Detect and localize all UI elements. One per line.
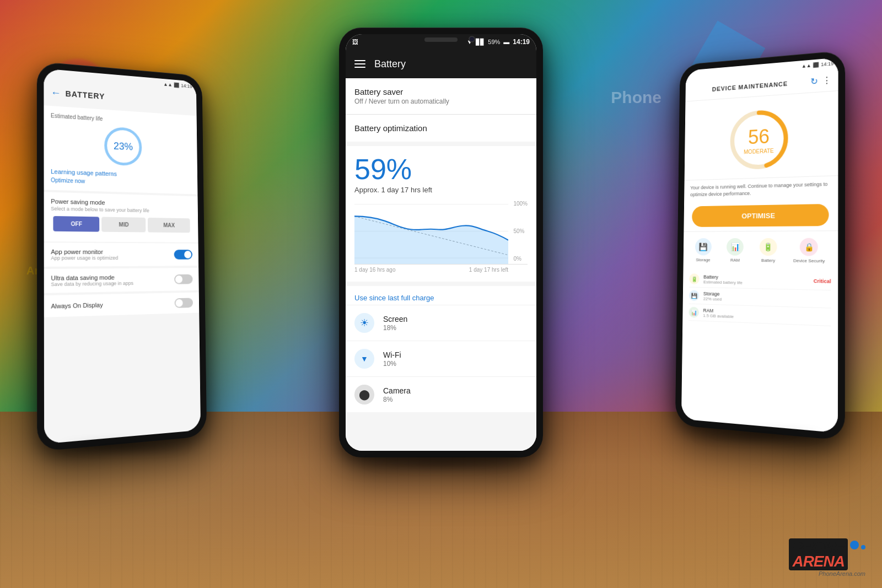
- always-on-display[interactable]: Always On Display: [44, 293, 199, 317]
- ultra-data-saving[interactable]: Ultra data saving mode Save data by redu…: [44, 268, 199, 293]
- right-refresh-icon[interactable]: ↻: [810, 76, 818, 87]
- battery-maint-icon: 🔋: [760, 238, 777, 256]
- left-phone-screen: ▲▲ ⬛ 14:19 ← BATTERY Estimated battery l…: [44, 68, 201, 444]
- always-on-info: Always On Display: [51, 300, 174, 310]
- storage-list-icon: 💾: [689, 290, 700, 301]
- screen-app-item[interactable]: ☀ Screen 18%: [346, 305, 536, 341]
- graph-y-labels: 100% 50% 0%: [513, 198, 528, 264]
- ram-icon-item[interactable]: 📊 RAM: [727, 238, 744, 263]
- center-phone: 🖼 ▼ ▊▊ 59% ▬ 14:19 Battery B: [339, 28, 543, 457]
- circle-container: 23%: [51, 118, 191, 172]
- graph-time-end: 1 day 17 hrs left: [469, 267, 508, 273]
- battery-optimization-title: Battery optimization: [354, 123, 528, 133]
- right-phone-body: ▲▲ ⬛ 14:19 DEVICE MAINTENANCE ↻ ⋮: [675, 50, 845, 440]
- ram-maint-item[interactable]: 📊 RAM 1.5 GB available: [689, 304, 831, 326]
- maintenance-score-area: 56 MODERATE: [685, 91, 838, 180]
- power-off-btn[interactable]: OFF: [53, 216, 99, 232]
- app-power-info: App power monitor App power usage is opt…: [51, 249, 174, 261]
- battery-saver-section[interactable]: Battery saver Off / Never turn on automa…: [346, 78, 536, 115]
- watermark-logo: PHONE Arena: [789, 538, 865, 570]
- phone-camera: [469, 36, 475, 42]
- storage-icon-item[interactable]: 💾 Storage: [695, 238, 712, 262]
- watermark-line2: Arena: [792, 554, 845, 568]
- center-app-bar: Battery: [346, 50, 536, 78]
- power-mid-btn[interactable]: MID: [101, 217, 146, 233]
- camera-app-name: Camera: [383, 386, 528, 395]
- battery-icon-item[interactable]: 🔋 Battery: [760, 238, 777, 263]
- wifi-app-info: Wi-Fi 10%: [383, 350, 528, 368]
- app-power-monitor[interactable]: App power monitor App power usage is opt…: [44, 242, 198, 267]
- ram-list-info: RAM 1.5 GB available: [703, 308, 831, 322]
- storage-icon: 💾: [695, 238, 712, 255]
- storage-label: Storage: [696, 257, 710, 262]
- right-screen-title: DEVICE MAINTENANCE: [712, 80, 788, 92]
- back-button[interactable]: ←: [51, 87, 61, 99]
- ram-icon: 📊: [727, 238, 744, 256]
- wifi-app-item[interactable]: ▼ Wi-Fi 10%: [346, 341, 536, 376]
- ultra-data-info: Ultra data saving mode Save data by redu…: [51, 273, 174, 287]
- left-time: 14:19: [181, 83, 192, 89]
- ram-list-icon: 📊: [689, 307, 699, 318]
- battery-graph: 100% 50% 0%: [354, 198, 528, 265]
- battery-chart-svg: [354, 198, 508, 264]
- score-display: 56 MODERATE: [727, 105, 791, 174]
- maintenance-icons-row: 💾 Storage 📊 RAM 🔋 Battery 🔒 Device Secur…: [684, 230, 838, 271]
- screen-app-name: Screen: [383, 315, 528, 323]
- left-battery-icon: ⬛: [174, 82, 179, 88]
- ram-label: RAM: [730, 258, 740, 263]
- notification-icon: 🖼: [352, 39, 358, 45]
- watermark-dot-small: [861, 545, 865, 549]
- battery-saver-subtitle: Off / Never turn on automatically: [354, 98, 528, 105]
- security-icon-item[interactable]: 🔒 Device Security: [793, 238, 825, 263]
- battery-main-section: 59% Approx. 1 day 17 hrs left 100% 50% 0…: [346, 146, 536, 282]
- right-phone: ▲▲ ⬛ 14:19 DEVICE MAINTENANCE ↻ ⋮: [673, 55, 843, 430]
- security-icon: 🔒: [800, 238, 818, 256]
- watermark-dot-large: [850, 541, 859, 549]
- battery-saver-title: Battery saver: [354, 87, 528, 96]
- center-status-bar: 🖼 ▼ ▊▊ 59% ▬ 14:19: [346, 34, 536, 50]
- left-phone-shadow: [56, 441, 192, 452]
- camera-app-info: Camera 8%: [383, 386, 528, 403]
- right-signal: ▲▲: [802, 63, 811, 69]
- always-on-title: Always On Display: [51, 300, 174, 310]
- battery-list-icon: 🔋: [689, 273, 700, 284]
- wifi-app-name: Wi-Fi: [383, 350, 528, 359]
- ultra-data-toggle[interactable]: [174, 274, 193, 284]
- center-phone-body: 🖼 ▼ ▊▊ 59% ▬ 14:19 Battery B: [339, 28, 543, 457]
- graph-area: [354, 198, 508, 264]
- watermark-box: PHONE Arena: [789, 538, 848, 570]
- app-power-toggle[interactable]: [174, 250, 192, 260]
- battery-percentage-status: 59%: [488, 39, 500, 45]
- power-mode-buttons: OFF MID MAX: [51, 212, 192, 237]
- right-phone-shadow: [690, 430, 826, 441]
- battery-optimization-section[interactable]: Battery optimization: [346, 115, 536, 146]
- camera-app-percent: 8%: [383, 396, 528, 403]
- graph-label-0: 0%: [513, 256, 528, 262]
- power-max-btn[interactable]: MAX: [148, 218, 190, 233]
- graph-label-50: 50%: [513, 228, 528, 234]
- since-charge-label: Use since last full charge: [354, 294, 434, 302]
- right-more-icon[interactable]: ⋮: [822, 75, 832, 86]
- maintenance-list: 🔋 Battery Estimated battery life Critica…: [682, 268, 838, 328]
- screen-app-percent: 18%: [383, 324, 528, 332]
- watermark: PHONE Arena PhoneArena.com: [789, 538, 865, 577]
- phone-speaker: [424, 37, 458, 42]
- ultra-data-subtitle: Save data by reducing usage in apps: [51, 280, 174, 287]
- camera-app-item[interactable]: ⬤ Camera 8%: [346, 376, 536, 412]
- graph-label-100: 100%: [513, 201, 528, 207]
- right-screen-content: DEVICE MAINTENANCE ↻ ⋮ 56 MODERATE: [681, 69, 838, 433]
- right-time: 14:19: [821, 61, 833, 67]
- camera-app-icon: ⬤: [354, 385, 374, 404]
- security-label: Device Security: [793, 258, 825, 264]
- right-battery: ⬛: [813, 62, 819, 68]
- battery-status-badge: Critical: [814, 278, 831, 284]
- left-screen-title: BATTERY: [66, 89, 105, 101]
- wifi-app-percent: 10%: [383, 360, 528, 368]
- always-on-toggle[interactable]: [175, 298, 193, 308]
- menu-button[interactable]: [354, 60, 365, 68]
- signal-bars: ▊▊: [476, 39, 485, 46]
- battery-list-info: Battery Estimated battery life: [703, 274, 809, 287]
- right-phone-screen: ▲▲ ⬛ 14:19 DEVICE MAINTENANCE ↻ ⋮: [681, 57, 838, 433]
- battery-time-remaining: Approx. 1 day 17 hrs left: [354, 186, 528, 194]
- optimize-button[interactable]: OPTIMISE: [692, 204, 829, 227]
